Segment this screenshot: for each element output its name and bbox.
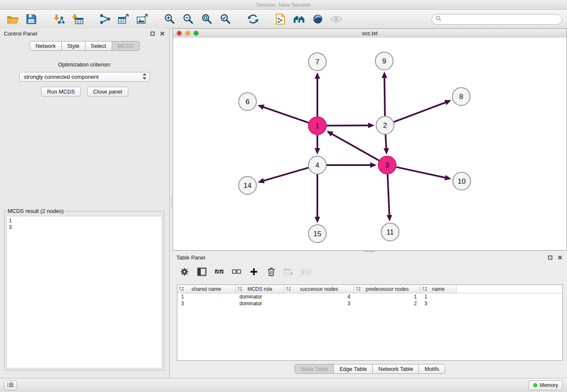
import-network-from-file-icon[interactable] (51, 12, 66, 26)
delete-column-icon[interactable] (266, 267, 276, 277)
svg-text:8: 8 (459, 93, 463, 101)
optimization-select[interactable]: strongly connected component (19, 72, 150, 82)
network-canvas[interactable]: 7968124314101511 (173, 38, 567, 250)
close-table-panel-button[interactable] (556, 254, 563, 261)
column-header-shared-name[interactable]: shared name (177, 285, 236, 293)
export-table-icon[interactable] (116, 12, 131, 26)
memory-button[interactable]: Memory (528, 381, 563, 390)
svg-text:11: 11 (386, 228, 394, 236)
zoom-fit-icon[interactable] (199, 12, 215, 26)
mcds-result-group: MCDS result (2 nodes) 13 (4, 208, 164, 370)
graph-edge-1-4[interactable] (315, 135, 320, 155)
close-control-panel-button[interactable] (159, 30, 165, 37)
table-body: 1dominator4113dominator323 (177, 293, 562, 360)
network-window-titlebar[interactable]: scc.txt (173, 29, 567, 38)
close-panel-button[interactable]: Close panel (87, 87, 128, 97)
table-cell: 3 (284, 301, 354, 306)
zoom-out-icon[interactable] (181, 12, 196, 26)
graph-edge-3-11[interactable] (387, 174, 392, 221)
graph-edge-1-6[interactable] (258, 105, 309, 123)
show-hide-icon[interactable] (329, 12, 344, 26)
add-column-icon[interactable] (249, 267, 259, 277)
mcds-result-box[interactable]: 13 (6, 216, 162, 368)
search-input[interactable] (444, 16, 558, 22)
graph-node-3[interactable]: 3 (378, 156, 396, 174)
graph-node-10[interactable]: 10 (453, 172, 471, 190)
tab-network-table[interactable]: Network Table (372, 364, 419, 374)
tab-select[interactable]: Select (85, 41, 112, 51)
import-table-from-file-icon[interactable] (70, 12, 85, 26)
tab-edge-table[interactable]: Edge Table (333, 364, 373, 374)
vizmap-icon[interactable] (310, 12, 325, 26)
refresh-layout-icon[interactable] (245, 12, 261, 26)
vertical-splitter[interactable] (170, 28, 173, 378)
tab-mcds[interactable]: MCDS (112, 41, 140, 51)
graph-node-8[interactable]: 8 (452, 88, 470, 105)
table-cell: 3 (177, 301, 236, 306)
close-window-button[interactable] (176, 30, 182, 36)
function-builder-icon[interactable]: f(x) (301, 267, 311, 277)
graph-edge-3-10[interactable] (396, 167, 451, 180)
deselect-all-rows-icon[interactable] (231, 267, 242, 277)
main-area: Control Panel NetworkStyleSelectMCDS Opt… (0, 28, 567, 378)
svg-text:7: 7 (315, 58, 319, 66)
delete-table-icon[interactable] (284, 267, 294, 277)
graph-edge-1-7[interactable] (315, 72, 320, 116)
column-header-name[interactable]: name (421, 285, 457, 293)
run-mcds-button[interactable]: Run MCDS (41, 87, 81, 97)
tab-node-table[interactable]: Node Table (295, 364, 334, 374)
graph-edge-2-3[interactable] (383, 135, 389, 155)
float-control-panel-button[interactable] (149, 30, 156, 37)
tab-network[interactable]: Network (30, 41, 62, 51)
graph-node-2[interactable]: 2 (376, 116, 394, 134)
graph-edge-1-2[interactable] (327, 123, 374, 128)
graph-node-14[interactable]: 14 (239, 177, 256, 194)
tab-style[interactable]: Style (61, 41, 85, 51)
zoom-window-button[interactable] (193, 30, 199, 36)
graph-node-1[interactable]: 1 (308, 117, 326, 135)
toggle-panel-layout-icon[interactable] (197, 267, 207, 277)
vertical-splitter-handle[interactable] (171, 197, 172, 208)
zoom-in-icon[interactable] (162, 12, 177, 26)
minimize-window-button[interactable] (185, 30, 190, 36)
table-cell: 1 (354, 294, 421, 300)
first-neighbors-icon[interactable] (292, 12, 307, 26)
graph-node-15[interactable]: 15 (308, 225, 326, 243)
graph-edge-2-8[interactable] (394, 100, 451, 122)
graph-node-11[interactable]: 11 (381, 223, 399, 241)
new-network-icon[interactable] (97, 12, 113, 26)
graph-edge-4-14[interactable] (258, 168, 308, 183)
mcds-result-line: 1 (9, 217, 160, 224)
graph-node-4[interactable]: 4 (308, 156, 326, 174)
table-row[interactable]: 3dominator323 (177, 300, 562, 307)
graph-edge-3-1[interactable] (327, 131, 379, 160)
task-history-button[interactable] (4, 381, 17, 390)
svg-text:3: 3 (385, 161, 389, 169)
select-all-rows-icon[interactable] (214, 267, 224, 277)
tab-motifs[interactable]: Motifs (418, 364, 445, 374)
network-window: scc.txt 7968124314101511 (173, 28, 567, 251)
column-header-predecessor-nodes[interactable]: predecessor nodes (354, 285, 421, 293)
float-table-panel-button[interactable] (547, 254, 553, 261)
horizontal-splitter-handle[interactable] (364, 251, 375, 252)
column-header-MCDS-role[interactable]: MCDS role (236, 285, 284, 293)
graph-edge-4-15[interactable] (315, 174, 320, 223)
main-toolbar-icons (5, 12, 344, 26)
search-box[interactable] (432, 14, 562, 25)
save-session-icon[interactable] (24, 12, 39, 26)
open-file-icon[interactable] (5, 12, 20, 26)
graph-edge-2-9[interactable] (382, 72, 387, 116)
graph-node-9[interactable]: 9 (375, 52, 393, 70)
titlebar[interactable]: Session: New Session (0, 0, 567, 10)
mcds-result-line: 3 (9, 224, 160, 231)
graph-node-6[interactable]: 6 (239, 93, 256, 110)
export-network-icon[interactable] (273, 12, 288, 26)
graph-node-7[interactable]: 7 (308, 53, 326, 71)
memory-status-icon (533, 383, 537, 387)
zoom-selected-icon[interactable] (218, 12, 233, 26)
table-settings-icon[interactable] (179, 267, 190, 277)
export-image-icon[interactable] (135, 12, 150, 26)
column-header-successor-nodes[interactable]: successor nodes (284, 285, 354, 293)
graph-edge-4-3[interactable] (327, 163, 377, 168)
table-row[interactable]: 1dominator411 (177, 293, 562, 300)
